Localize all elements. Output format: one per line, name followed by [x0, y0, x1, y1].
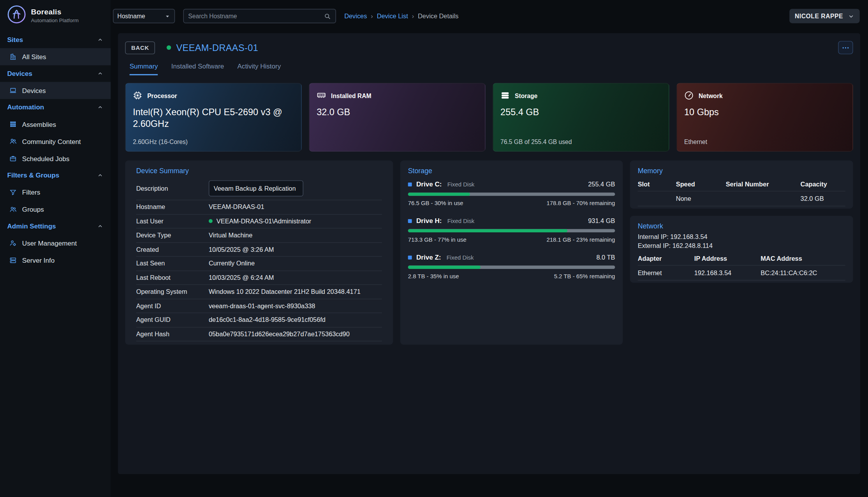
more-actions-button[interactable]	[838, 41, 853, 54]
internal-ip: Internal IP: 192.168.3.54	[638, 232, 845, 241]
sidebar-item-devices[interactable]: Devices	[0, 82, 111, 99]
sidebar-item-server-info[interactable]: Server Info	[0, 252, 111, 269]
breadcrumb-device-list[interactable]: Device List	[377, 13, 408, 19]
tab-activity-history[interactable]: Activity History	[237, 63, 281, 76]
stat-card-label: Storage	[515, 92, 537, 99]
nav-item-label: User Management	[22, 239, 77, 247]
storage-panel: Storage Drive C: Fixed Disk 255.4 GB	[400, 160, 623, 344]
table-header-cell: Adapter	[638, 255, 694, 262]
user-gear-icon	[9, 240, 16, 247]
summary-row-last-seen: Last Seen Currently Online	[136, 257, 382, 271]
drive-usage-bar	[408, 193, 615, 196]
sidebar-item-groups[interactable]: Groups	[0, 201, 111, 218]
chevron-up-icon	[97, 70, 104, 77]
nav-item-label: Filters	[22, 188, 40, 196]
table-header-cell: Capacity	[801, 181, 845, 187]
stat-card-value: 255.4 GB	[500, 106, 662, 118]
search-box[interactable]	[183, 9, 336, 23]
sidebar-section-admin-settings[interactable]: Admin Settings	[0, 218, 111, 235]
people-icon	[9, 138, 16, 145]
processor-card: Processor Intel(R) Xeon(R) CPU E5-2690 v…	[125, 83, 301, 151]
people-icon	[9, 206, 16, 213]
nav-item-label: Community Content	[22, 137, 81, 145]
stat-card-label: Processor	[147, 92, 177, 99]
sidebar-item-filters[interactable]: Filters	[0, 184, 111, 201]
drive-icon	[408, 182, 412, 186]
section-label: Sites	[7, 36, 23, 44]
caret-down-icon	[164, 13, 171, 19]
detail-columns: Device Summary Description Hostname VEEA…	[125, 160, 853, 344]
summary-row-last-reboot: Last Reboot 10/03/2025 @ 6:24 AM	[136, 271, 382, 285]
sidebar-item-user-management[interactable]: User Management	[0, 235, 111, 252]
network-card: Network 10 Gbps Ethernet	[676, 83, 853, 151]
stat-card-footer: 76.5 GB of 255.4 GB used	[500, 138, 572, 145]
chevron-up-icon	[97, 104, 104, 111]
stat-card-label: Network	[699, 92, 723, 99]
filter-icon	[9, 189, 16, 196]
summary-row-agent-guid: Agent GUID de16c0c1-8aa2-4d18-9585-9ce91…	[136, 313, 382, 327]
drive-used-label: 713.3 GB - 77% in use	[408, 236, 467, 243]
online-status-dot	[167, 46, 171, 50]
building-icon	[9, 53, 16, 60]
summary-row-created: Created 10/05/2025 @ 3:26 AM	[136, 242, 382, 256]
breadcrumb-separator: ›	[371, 13, 373, 19]
table-header-cell: IP Address	[694, 255, 761, 262]
tab-summary[interactable]: Summary	[130, 63, 158, 76]
network-table-header: Adapter IP Address MAC Address	[638, 251, 845, 266]
search-input[interactable]	[188, 13, 324, 19]
server-icon	[9, 257, 16, 264]
nav-item-label: Assemblies	[22, 120, 56, 128]
content-column: Hostname Devices › Device List › Device …	[111, 0, 868, 497]
drive-usage-fill	[408, 193, 470, 196]
drive-z-row: Drive Z: Fixed Disk 8.0 TB 2.8 TB - 35% …	[408, 253, 615, 279]
page-title: VEEAM-DRAAS-01	[176, 42, 259, 53]
table-cell: Ethernet	[638, 270, 694, 276]
device-details-panel: BACK VEEAM-DRAAS-01 Summary Installed So…	[118, 33, 860, 474]
hostname-filter-select[interactable]: Hostname	[113, 9, 175, 23]
briefcase-icon	[9, 155, 16, 162]
sidebar-item-all-sites[interactable]: All Sites	[0, 48, 111, 65]
sidebar-item-community-content[interactable]: Community Content	[0, 133, 111, 150]
storage-card: Storage 255.4 GB 76.5 GB of 255.4 GB use…	[493, 83, 669, 151]
user-menu-button[interactable]: NICOLE RAPPE	[789, 9, 860, 23]
table-header-cell: Serial Number	[726, 181, 801, 187]
nav-item-label: Server Info	[22, 256, 55, 264]
chevron-up-icon	[97, 172, 104, 179]
panel-header: BACK VEEAM-DRAAS-01	[125, 41, 853, 54]
drive-remaining-label: 218.1 GB - 23% remaining	[546, 236, 615, 243]
user-name: NICOLE RAPPE	[795, 13, 843, 19]
search-icon	[324, 12, 331, 19]
gauge-icon	[684, 91, 694, 100]
drive-icon	[408, 255, 412, 259]
drive-usage-fill	[408, 229, 567, 233]
brand: Borealis Automation Platform	[0, 0, 111, 32]
breadcrumb: Devices › Device List › Device Details	[344, 13, 458, 19]
description-input[interactable]	[209, 180, 303, 196]
drive-usage-bar	[408, 229, 615, 233]
chevron-down-icon	[848, 13, 854, 19]
device-summary-title: Device Summary	[136, 167, 382, 175]
breadcrumb-devices[interactable]: Devices	[344, 13, 367, 19]
sidebar-item-scheduled-jobs[interactable]: Scheduled Jobs	[0, 150, 111, 167]
drive-h-row: Drive H: Fixed Disk 931.4 GB 713.3 GB - …	[408, 217, 615, 243]
sidebar-section-devices[interactable]: Devices	[0, 65, 111, 82]
section-label: Admin Settings	[7, 222, 56, 230]
sidebar-section-filters-groups[interactable]: Filters & Groups	[0, 167, 111, 184]
summary-row-agent-hash: Agent Hash 05ba0e7935171d626ecea29b27d7a…	[136, 327, 382, 341]
tab-installed-software[interactable]: Installed Software	[171, 63, 224, 76]
table-cell: 192.168.3.54	[694, 270, 761, 276]
breadcrumb-device-details: Device Details	[418, 13, 458, 19]
table-header-cell: Speed	[676, 181, 726, 187]
borealis-logo-icon	[7, 5, 26, 26]
nav-item-label: Devices	[22, 86, 46, 94]
summary-row-operating-system: Operating System Windows 10 2022 Datacen…	[136, 285, 382, 299]
sidebar-section-sites[interactable]: Sites	[0, 32, 111, 48]
drive-usage-bar	[408, 265, 615, 269]
back-button[interactable]: BACK	[125, 41, 155, 54]
sidebar-section-automation[interactable]: Automation	[0, 99, 111, 116]
sidebar-item-assemblies[interactable]: Assemblies	[0, 116, 111, 133]
table-cell: BC:24:11:CA:C6:2C	[761, 270, 845, 276]
network-table-row: Ethernet 192.168.3.54 BC:24:11:CA:C6:2C	[638, 266, 845, 281]
stat-card-value: Intel(R) Xeon(R) CPU E5-2690 v3 @ 2.60GH…	[133, 106, 294, 130]
ellipsis-icon	[842, 44, 850, 52]
